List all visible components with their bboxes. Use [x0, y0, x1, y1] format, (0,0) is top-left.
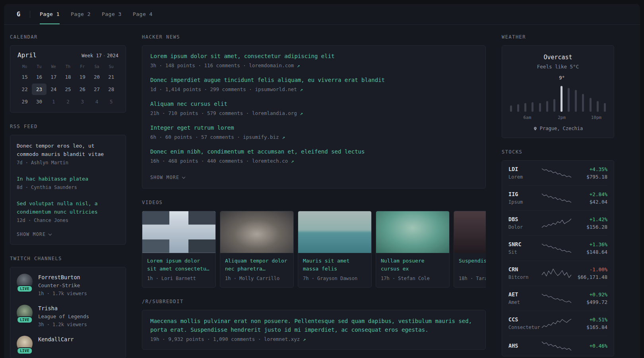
hackernews-show-more-button[interactable]: SHOW MORE	[150, 171, 185, 185]
calendar-dow-label: Tu	[32, 64, 46, 69]
calendar-day[interactable]: 16	[32, 71, 46, 83]
video-title[interactable]: Lorem ipsum dolor sit amet consectetu…	[147, 257, 211, 273]
weather-bar[interactable]	[539, 103, 541, 112]
calendar-day[interactable]: 23	[32, 84, 46, 95]
hn-item-title[interactable]: Donec enim nibh, condimentum et accumsan…	[150, 148, 477, 156]
stock-id: IIG Ipsum	[508, 191, 541, 206]
video-card[interactable]: Nullam posuere cursus ex 17h · Stefan Co…	[376, 211, 450, 288]
calendar-day[interactable]: 25	[61, 84, 75, 95]
hn-item-title[interactable]: Integer eget rutrum lorem	[150, 124, 477, 132]
app-logo[interactable]: G	[17, 11, 20, 18]
calendar-day[interactable]: 3	[75, 96, 89, 107]
video-title[interactable]: Aliquam tempor dolor nec pharetra…	[225, 257, 289, 273]
calendar-day[interactable]: 28	[104, 84, 118, 95]
video-card[interactable]: Mauris sit amet massa felis 7h · Grayson…	[298, 211, 372, 288]
stock-row[interactable]: LDI Lorem +4.35% $795.18	[508, 161, 607, 185]
rss-show-more-button[interactable]: SHOW MORE	[17, 228, 51, 242]
twitch-channel[interactable]: LIVE KendallCarr	[17, 336, 119, 352]
stock-row[interactable]: CCS Consectetur +0.51% $165.84	[508, 311, 607, 336]
weather-bar[interactable]	[575, 90, 577, 112]
hn-item-domain-link[interactable]: loremtech.co ↗	[252, 158, 294, 164]
stock-row[interactable]: AHS +0.46%	[508, 336, 607, 356]
calendar-day[interactable]: 1	[47, 96, 61, 107]
calendar-day[interactable]: 27	[89, 84, 104, 95]
video-thumbnail[interactable]	[220, 211, 293, 253]
avatar-wrap: LIVE	[17, 336, 33, 352]
calendar-day[interactable]: 18	[61, 71, 75, 83]
hn-item-title[interactable]: Aliquam nec cursus elit	[150, 100, 477, 108]
calendar-header: April Week 17·2024	[17, 51, 118, 59]
video-title[interactable]: Suspendisse diam	[459, 257, 486, 273]
weather-bar[interactable]	[568, 88, 570, 112]
stock-row[interactable]: CRN Bitcorn -1.00% $66,171.48	[508, 261, 607, 286]
calendar-day[interactable]: 29	[17, 96, 32, 107]
stock-row[interactable]: DBS Dolor +1.42% $156.28	[508, 210, 607, 235]
video-title[interactable]: Mauris sit amet massa felis	[303, 257, 367, 273]
calendar-day[interactable]: 15	[17, 71, 32, 83]
twitch-channel[interactable]: LIVE Trisha League of Legends 3h · 1.2k …	[17, 305, 119, 329]
stock-id: CCS Consectetur	[508, 316, 541, 331]
subreddit-post-title[interactable]: Maecenas mollis pulvinar erat non posuer…	[150, 317, 477, 334]
weather-bar[interactable]	[561, 86, 563, 112]
weather-bar[interactable]	[553, 99, 555, 112]
middle-column: HACKER NEWS Lorem ipsum dolor sit amet, …	[142, 34, 486, 358]
video-thumbnail[interactable]	[298, 211, 371, 253]
rss-item-title[interactable]: In hac habitasse platea	[17, 175, 119, 183]
weather-bar[interactable]	[546, 101, 548, 112]
page-tab[interactable]: Page 4	[133, 4, 153, 24]
calendar-day[interactable]: 30	[32, 96, 46, 107]
stock-row[interactable]: SNRC Sit +1.36% $148.64	[508, 235, 607, 261]
subreddit-post-domain-link[interactable]: loremnet.xyz ↗	[264, 336, 306, 342]
weather-bar[interactable]	[582, 94, 584, 112]
sparkline	[541, 341, 572, 351]
calendar-day[interactable]: 19	[75, 71, 89, 83]
video-thumbnail[interactable]	[376, 211, 449, 253]
calendar-day[interactable]: 5	[104, 96, 118, 107]
calendar-day[interactable]: 21	[104, 71, 118, 83]
channel-name[interactable]: KendallCarr	[38, 336, 74, 343]
hn-item-domain-link[interactable]: loremlandia.org ↗	[252, 110, 303, 116]
weather-bar[interactable]	[510, 105, 512, 112]
stock-row[interactable]: IIG Ipsum +2.84% $42.04	[508, 185, 607, 210]
hn-item-title[interactable]: Lorem ipsum dolor sit amet, consectetur …	[150, 52, 477, 60]
weather-bar[interactable]	[604, 103, 606, 112]
video-thumbnail[interactable]	[454, 211, 486, 253]
video-thumbnail[interactable]	[142, 211, 215, 253]
page-tab[interactable]: Page 1	[40, 4, 60, 24]
page-tab[interactable]: Page 2	[71, 4, 91, 24]
weather-bar[interactable]	[597, 101, 599, 112]
weather-peak-temp: 9°	[559, 75, 564, 81]
calendar-day[interactable]: 17	[47, 71, 61, 83]
video-card[interactable]: Aliquam tempor dolor nec pharetra… 1h · …	[220, 211, 294, 288]
calendar-day[interactable]: 4	[89, 96, 104, 107]
hn-item-domain-link[interactable]: ipsumify.biz ↗	[243, 134, 285, 140]
video-card[interactable]: Suspendisse diam 18h · Tara	[454, 211, 486, 288]
calendar-day[interactable]: 26	[75, 84, 89, 95]
stock-name: Sit	[508, 249, 541, 256]
page-tab[interactable]: Page 3	[102, 4, 122, 24]
calendar-day[interactable]: 22	[17, 84, 32, 95]
weather-bar[interactable]	[517, 104, 519, 112]
video-title[interactable]: Nullam posuere cursus ex	[381, 257, 444, 273]
weather-bar[interactable]	[531, 102, 533, 112]
hn-item-domain-link[interactable]: loremdomain.com ↗	[249, 62, 300, 68]
weather-feels-like: Feels like 5°C	[508, 64, 607, 70]
channel-name[interactable]: ForrestBurton	[38, 274, 87, 281]
video-card[interactable]: Lorem ipsum dolor sit amet consectetu… 1…	[142, 211, 216, 288]
hn-item-title[interactable]: Donec imperdiet augue tincidunt felis al…	[150, 76, 477, 84]
calendar-day[interactable]: 2	[61, 96, 75, 107]
hn-item-domain-link[interactable]: ipsumworld.net ↗	[255, 86, 303, 92]
weather-bar[interactable]	[590, 98, 592, 112]
calendar-day[interactable]: 20	[89, 71, 104, 83]
calendar-day[interactable]: 24	[47, 84, 61, 95]
channel-name[interactable]: Trisha	[38, 305, 89, 312]
chevron-down-icon	[182, 175, 185, 178]
stock-row[interactable]: AET Amet +0.92% $499.72	[508, 286, 607, 311]
stock-symbol: AET	[508, 291, 541, 298]
rss-item-title[interactable]: Sed volutpat nulla nisl, a condimentum n…	[17, 199, 119, 216]
rss-item-title[interactable]: Donec tempor eros leo, ut commodo mauris…	[17, 142, 119, 158]
hackernews-widget: Lorem ipsum dolor sit amet, consectetur …	[142, 45, 486, 189]
left-column: CALENDAR April Week 17·2024 Mo Tu We	[10, 34, 126, 358]
twitch-channel[interactable]: LIVE ForrestBurton Counter-Strike 1h · 1…	[17, 274, 119, 298]
weather-bar[interactable]	[524, 103, 526, 112]
